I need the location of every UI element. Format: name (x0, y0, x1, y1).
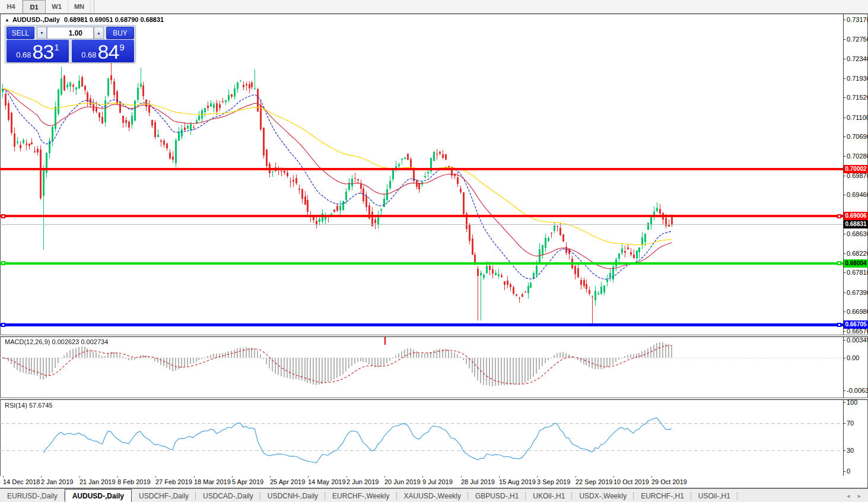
date-label: 10 Oct 2019 (613, 478, 649, 485)
chart-tab-gbpusd-h1[interactable]: GBPUSD-,H1 (468, 489, 526, 502)
macd-tick-label: -0.00637 (847, 387, 868, 394)
price-tick-label: 0.71930 (847, 75, 868, 82)
buy-price-pip: 9 (119, 42, 124, 52)
chart-tab-xauusd-weekly[interactable]: XAUUSD-,Weekly (397, 489, 468, 502)
chart-tab-eurchf-weekly[interactable]: EURCHF-,Weekly (325, 489, 396, 502)
panel-splitter-macd-rsi[interactable] (0, 398, 868, 400)
date-label: 15 Aug 2019 (499, 478, 536, 485)
mt4-terminal: H4D1W1MN ▲ AUDUSD-,Daily 0.68981 0.69051… (0, 0, 868, 502)
sell-price-big: 83 (33, 42, 54, 62)
rsi-tick-label: 70 (847, 420, 854, 427)
sell-price-display[interactable]: 0.68 83 1 (7, 40, 69, 62)
line-anchor-handle[interactable] (1, 214, 5, 218)
time-axis[interactable]: 14 Dec 20182 Jan 201921 Jan 20198 Feb 20… (0, 476, 843, 488)
chart-tab-eurchf-h1[interactable]: EURCHF-,H1 (634, 489, 691, 502)
one-click-trading-panel: SELL ▼ ▲ BUY 0.68 83 1 0.68 84 9 (5, 25, 136, 63)
date-label: 21 Jan 2019 (80, 478, 116, 485)
chart-tab-audusd-daily[interactable]: AUDUSD-,Daily (65, 489, 132, 502)
timeframe-button-d1[interactable]: D1 (23, 0, 46, 13)
chart-symbol-label: AUDUSD-,Daily (12, 16, 60, 23)
line-anchor-handle[interactable] (1, 323, 5, 327)
rsi-tick-label: 100 (847, 399, 857, 406)
chart-tab-eurusd-daily[interactable]: EURUSD-,Daily (0, 489, 65, 502)
tab-scroll-right-icon[interactable]: ► (857, 493, 862, 499)
line-anchor-handle[interactable] (837, 214, 841, 218)
buy-price-prefix: 0.68 (81, 50, 96, 59)
buy-price-display[interactable]: 0.68 84 9 (72, 40, 134, 62)
chart-tab-usdx-weekly[interactable]: USDX-,Weekly (572, 489, 634, 502)
chart-tab-usdcnh-daily[interactable]: USDCNH-,Daily (260, 489, 325, 502)
date-label: 9 Jul 2019 (422, 478, 453, 485)
tab-scroll-left-icon[interactable]: ◄ (845, 493, 851, 499)
date-label: 18 Mar 2019 (194, 478, 231, 485)
macd-label: MACD(12,26,9) 0.002623 0.002734 (5, 338, 108, 345)
macd-tick-label: 0.00349 (847, 336, 868, 344)
axis-tick-mark (843, 97, 845, 98)
chart-tab-ukoil-h1[interactable]: UKOil-,H1 (526, 489, 572, 502)
axis-tick-mark (843, 156, 845, 157)
tab-scroll-arrows: ◄► (845, 489, 868, 502)
time-tick-mark (80, 476, 80, 478)
macd-tick-label: 0.00 (847, 354, 859, 361)
chart-tab-usdcad-daily[interactable]: USDCAD-,Daily (196, 489, 260, 502)
price-tick-label: 0.69460 (847, 191, 868, 198)
price-tick-label: 0.72750 (847, 36, 868, 43)
axis-tick-mark (843, 340, 845, 341)
sell-button[interactable]: SELL (7, 27, 34, 39)
support-line-0.68004[interactable] (0, 262, 843, 265)
date-label: 8 Feb 2019 (117, 478, 151, 485)
time-tick-mark (308, 476, 309, 478)
buy-price-big: 84 (98, 42, 119, 62)
line-anchor-handle[interactable] (837, 323, 841, 327)
timeframe-toolbar: H4D1W1MN (0, 0, 868, 14)
rsi-chart-canvas[interactable] (0, 400, 843, 476)
panel-splitter-main-macd[interactable] (0, 335, 868, 337)
date-label: 27 Feb 2019 (155, 478, 192, 485)
price-tick-label: 0.72340 (847, 55, 868, 62)
resistance-line-0.70002[interactable] (0, 168, 843, 170)
time-tick-mark (270, 476, 271, 478)
date-label: 28 Jul 2019 (461, 478, 495, 485)
chart-collapse-arrow-icon[interactable]: ▲ (5, 17, 9, 23)
chart-tab-usoil-h1[interactable]: USOil-,H1 (691, 489, 737, 502)
timeframe-button-w1[interactable]: W1 (46, 0, 68, 13)
chart-title: ▲ AUDUSD-,Daily 0.68981 0.69051 0.68790 … (5, 15, 164, 24)
sell-price-prefix: 0.68 (16, 50, 31, 59)
line-anchor-handle[interactable] (837, 261, 841, 265)
price-tick-label: 0.67390 (847, 289, 868, 296)
time-tick-mark (613, 476, 614, 478)
timeframe-button-mn[interactable]: MN (68, 0, 91, 13)
price-tick-label: 0.73170 (847, 16, 868, 23)
axis-tick-mark (843, 136, 845, 137)
chart-tab-usdchf-daily[interactable]: USDCHF-,Daily (132, 489, 196, 502)
time-tick-mark (651, 476, 652, 478)
time-tick-mark (194, 476, 195, 478)
date-label: 14 May 2019 (308, 478, 346, 485)
price-tick-label: 0.71520 (847, 94, 868, 101)
toolbar-separator (91, 0, 94, 13)
volume-decrease-button[interactable]: ▼ (37, 27, 47, 39)
timeframe-button-h4[interactable]: H4 (0, 0, 23, 13)
axis-tick-mark (843, 312, 845, 312)
volume-input[interactable] (47, 27, 94, 39)
macd-vertical-marker[interactable] (384, 337, 386, 345)
rsi-label: RSI(14) 57.6745 (5, 402, 53, 409)
volume-increase-button[interactable]: ▲ (94, 27, 104, 39)
resistance-line-0.69006[interactable] (0, 215, 843, 217)
axis-tick-mark (843, 402, 845, 403)
chart-tab-bar: EURUSD-,DailyAUDUSD-,DailyUSDCHF-,DailyU… (0, 488, 868, 502)
macd-chart-canvas[interactable] (0, 337, 843, 398)
time-tick-mark (232, 476, 233, 478)
time-tick-mark (155, 476, 156, 478)
price-badge-0.70002: 0.70002 (844, 165, 868, 173)
support-line-0.66705[interactable] (0, 323, 843, 326)
line-anchor-handle[interactable] (1, 261, 5, 265)
price-tick-label: 0.70280 (847, 152, 868, 160)
time-tick-mark (3, 476, 4, 478)
date-label: 22 Sep 2019 (576, 478, 612, 485)
time-tick-mark (422, 476, 423, 478)
price-tick-label: 0.68220 (847, 250, 868, 257)
date-label: 2 Jun 2019 (346, 478, 379, 485)
price-tick-label: 0.68630 (847, 230, 868, 237)
buy-button[interactable]: BUY (106, 27, 134, 39)
